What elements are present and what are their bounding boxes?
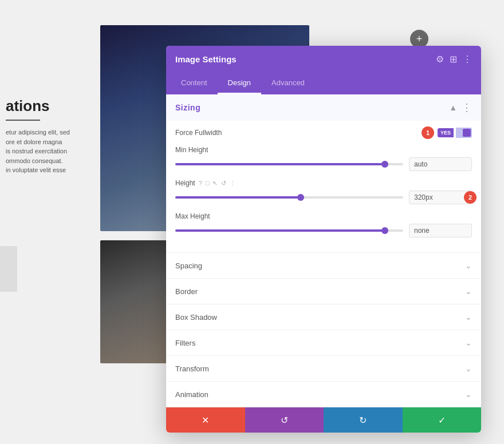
bg-text-block: ations etur adipiscing elit, sed ore et … — [0, 92, 89, 181]
toggle-yes-label[interactable]: YES — [438, 128, 454, 137]
max-height-slider[interactable] — [175, 229, 403, 232]
max-height-value[interactable] — [409, 224, 472, 237]
badge-2: 2 — [464, 191, 477, 204]
save-icon: ✓ — [438, 415, 446, 426]
min-height-value[interactable] — [409, 157, 472, 171]
min-height-thumb[interactable] — [381, 161, 388, 168]
sizing-content: Force Fullwidth 1 YES Min Height — [166, 121, 481, 252]
sizing-title: Sizing — [175, 103, 200, 112]
border-chevron-icon: ⌄ — [465, 287, 472, 296]
height-row: Height ? □ ↖ ↺ ⋮ 2 — [175, 179, 472, 204]
height-input-row: 2 — [175, 191, 472, 204]
add-icon: + — [416, 33, 423, 45]
modal-tabs: Content Design Advanced — [166, 73, 481, 94]
animation-section[interactable]: Animation ⌄ — [166, 382, 481, 407]
spacing-label: Spacing — [175, 261, 202, 270]
min-height-label: Min Height — [175, 146, 208, 154]
spacing-section[interactable]: Spacing ⌄ — [166, 253, 481, 279]
height-cursor-icon[interactable]: ↖ — [212, 180, 218, 187]
tab-design[interactable]: Design — [218, 73, 261, 94]
modal-title: Image Settings — [175, 54, 237, 64]
modal-footer: ✕ ↺ ↻ ✓ — [166, 407, 481, 433]
box-shadow-chevron-icon: ⌄ — [465, 312, 472, 322]
height-label-row: Height ? □ ↖ ↺ ⋮ — [175, 179, 472, 187]
modal-body: Sizing ▲ ⋮ Force Fullwidth 1 YES — [166, 94, 481, 407]
min-height-slider[interactable] — [175, 163, 403, 165]
min-height-input-row — [175, 157, 472, 171]
box-shadow-label: Box Shadow — [175, 313, 217, 322]
redo-button[interactable]: ↻ — [324, 407, 403, 433]
height-device-icon[interactable]: □ — [206, 180, 210, 187]
bg-body-text: etur adipiscing elit, sed ore et dolore … — [6, 128, 83, 175]
transform-label: Transform — [175, 364, 209, 373]
image-settings-modal: Image Settings ⚙ ⊞ ⋮ Content Design Adva… — [166, 46, 481, 433]
height-help-icon[interactable]: ? — [199, 180, 202, 187]
transform-chevron-icon: ⌄ — [465, 364, 472, 373]
cancel-icon: ✕ — [202, 415, 209, 426]
tab-advanced[interactable]: Advanced — [261, 73, 315, 94]
force-fullwidth-row: Force Fullwidth 1 YES — [175, 128, 472, 138]
height-thumb[interactable] — [297, 194, 304, 201]
filters-chevron-icon: ⌄ — [465, 338, 472, 347]
height-fill — [175, 196, 301, 199]
save-button[interactable]: ✓ — [403, 407, 482, 433]
max-height-label-row: Max Height — [175, 212, 472, 220]
sizing-menu-icon[interactable]: ⋮ — [462, 101, 472, 114]
bg-title: ations — [6, 97, 83, 115]
height-value[interactable] — [409, 191, 472, 204]
box-shadow-section[interactable]: Box Shadow ⌄ — [166, 304, 481, 330]
height-label: Height — [175, 179, 195, 187]
filters-section[interactable]: Filters ⌄ — [166, 330, 481, 356]
sizing-section: Sizing ▲ ⋮ Force Fullwidth 1 YES — [166, 94, 481, 253]
max-height-fill — [175, 229, 385, 232]
toggle-switch[interactable] — [456, 128, 472, 138]
min-height-row: Min Height — [175, 146, 472, 171]
border-label: Border — [175, 287, 198, 296]
sizing-section-header: Sizing ▲ ⋮ — [166, 94, 481, 121]
force-fullwidth-label: Force Fullwidth — [175, 129, 222, 137]
modal-header-icons: ⚙ ⊞ ⋮ — [436, 54, 472, 65]
more-icon[interactable]: ⋮ — [463, 54, 472, 65]
cancel-button[interactable]: ✕ — [166, 407, 245, 433]
bg-underline — [6, 120, 40, 121]
max-height-thumb[interactable] — [381, 227, 388, 234]
badge-1: 1 — [422, 126, 434, 139]
animation-chevron-icon: ⌄ — [465, 390, 472, 399]
max-height-input-row — [175, 224, 472, 237]
spacing-chevron-icon: ⌄ — [465, 261, 472, 270]
reset-icon: ↺ — [281, 415, 288, 426]
max-height-row: Max Height — [175, 212, 472, 237]
min-height-fill — [175, 163, 385, 165]
filters-label: Filters — [175, 339, 195, 347]
force-fullwidth-toggle-container: 1 YES — [438, 128, 472, 138]
settings-icon[interactable]: ⚙ — [436, 54, 444, 65]
layout-icon[interactable]: ⊞ — [450, 54, 457, 65]
height-more-icon[interactable]: ⋮ — [230, 180, 236, 187]
redo-icon: ↻ — [359, 415, 367, 426]
tab-content[interactable]: Content — [171, 73, 218, 94]
sizing-collapse-icon[interactable]: ▲ — [449, 103, 457, 112]
bg-placeholder-left — [0, 246, 17, 292]
toggle-knob — [463, 129, 471, 137]
max-height-label: Max Height — [175, 212, 210, 220]
min-height-label-row: Min Height — [175, 146, 472, 154]
animation-label: Animation — [175, 390, 208, 399]
height-reset-icon[interactable]: ↺ — [221, 180, 226, 187]
border-section[interactable]: Border ⌄ — [166, 279, 481, 304]
height-slider[interactable] — [175, 196, 403, 199]
reset-button[interactable]: ↺ — [245, 407, 324, 433]
modal-header: Image Settings ⚙ ⊞ ⋮ — [166, 46, 481, 73]
sizing-header-right: ▲ ⋮ — [449, 101, 472, 114]
transform-section[interactable]: Transform ⌄ — [166, 356, 481, 382]
